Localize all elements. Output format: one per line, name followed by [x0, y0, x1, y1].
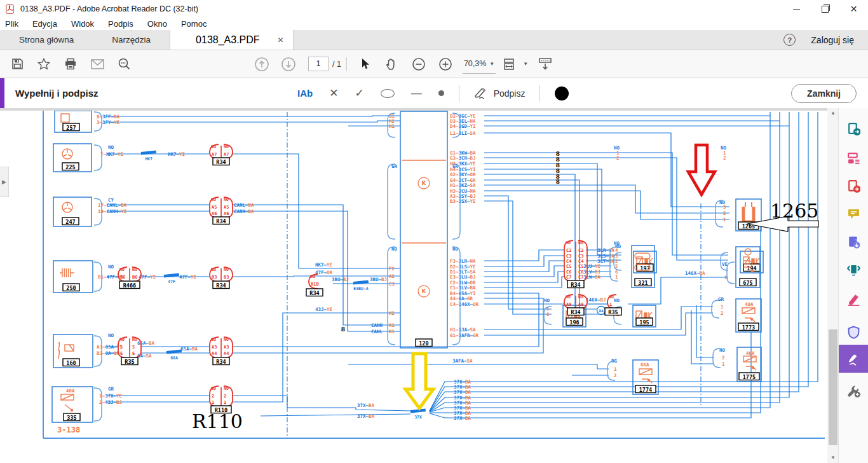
- wire-label: 2: [723, 155, 726, 161]
- window-title: 0138_A3.PDF - Adobe Acrobat Reader DC (3…: [20, 4, 198, 13]
- add-text-tool[interactable]: IAb: [297, 88, 313, 99]
- wire-label: L1–3LI–SA: [450, 130, 476, 136]
- color-swatch[interactable]: [555, 86, 569, 100]
- search-button[interactable]: [114, 55, 133, 74]
- acrobat-app-icon: [6, 4, 15, 14]
- convert-pdf-tool[interactable]: [839, 228, 868, 256]
- diagram-label: 2: [212, 394, 214, 399]
- sign-tool[interactable]: Podpisz: [474, 88, 526, 99]
- close-fill-sign-button[interactable]: Zamknij: [791, 84, 857, 103]
- sign-in-link[interactable]: Zaloguj się: [811, 35, 854, 45]
- menu-podpis[interactable]: Podpis: [108, 19, 133, 29]
- acrobat-reader-window: { "titlebar": { "title": "0138_A3.PDF - …: [0, 0, 868, 463]
- diagram-label: B6: [120, 275, 125, 280]
- page-number-input[interactable]: 1: [308, 57, 329, 71]
- dot-tool[interactable]: [438, 90, 444, 96]
- diagram-label: R35: [608, 309, 618, 315]
- menu-edycja[interactable]: Edycja: [32, 19, 57, 29]
- wire-label: 2: [546, 312, 550, 317]
- wire-label: G6A: [641, 362, 649, 368]
- document-canvas[interactable]: 8–3FF–BA3–3FY–YENO7–HK7–YIHK7–YICY17–CAN…: [0, 108, 827, 463]
- diagram-label: 675: [743, 280, 752, 286]
- diagram-label: NO: [224, 144, 229, 149]
- checkmark-tool[interactable]: ✓: [355, 86, 363, 100]
- diagram-label: R34: [216, 218, 226, 225]
- wire-label: F3–3LR–NA: [450, 258, 476, 264]
- scroll-up-icon[interactable]: ▲: [827, 108, 839, 118]
- vertical-scrollbar[interactable]: ▲ ▼: [827, 108, 839, 463]
- diagram-label: 8A: [599, 308, 604, 313]
- wire-label: CANL: [371, 329, 383, 335]
- navigation-pane-toggle[interactable]: ▶: [0, 167, 9, 197]
- diagram-label: 5: [120, 345, 123, 350]
- scrollbar-thumb[interactable]: [829, 329, 837, 445]
- tab-bar: Strona główna Narzędzia 0138_A3.PDF ✕ ? …: [0, 30, 868, 50]
- wire-label: 3BU–BJ: [332, 277, 349, 282]
- protect-tool[interactable]: [839, 318, 868, 346]
- diagram-label: C2: [578, 248, 583, 253]
- diagram-label: A7: [224, 152, 229, 157]
- diagram-label: HK7: [145, 156, 153, 162]
- save-button[interactable]: [8, 55, 27, 74]
- create-pdf-tool[interactable]: [839, 172, 868, 200]
- menu-okno[interactable]: Okno: [147, 19, 167, 29]
- wire-label: 2–43J–BJ: [99, 399, 122, 405]
- email-button[interactable]: [88, 55, 107, 74]
- tab-document[interactable]: 0138_A3.PDF ✕: [170, 30, 294, 50]
- wire-label: 37X–BA: [357, 403, 375, 408]
- diagram-label: 196: [569, 319, 579, 326]
- organize-pages-tool[interactable]: [839, 144, 868, 172]
- reading-mode-button[interactable]: [536, 55, 555, 74]
- print-button[interactable]: [61, 55, 80, 74]
- zoom-level-select[interactable]: 70,3% ▼: [463, 54, 496, 74]
- wire-label: 2: [723, 211, 726, 216]
- diagram-label: K: [422, 180, 427, 186]
- circle-tool[interactable]: [381, 89, 395, 98]
- close-button[interactable]: ✕: [839, 0, 868, 18]
- page-top-edge: [0, 108, 827, 111]
- tab-home[interactable]: Strona główna: [0, 30, 93, 50]
- diagram-label: NO: [211, 267, 216, 272]
- help-icon[interactable]: ?: [783, 34, 796, 46]
- zoom-in-button[interactable]: [436, 55, 455, 74]
- minimize-button[interactable]: [782, 0, 811, 18]
- more-tools-tool[interactable]: [839, 377, 868, 404]
- page-total: / 1: [332, 60, 341, 69]
- favorite-button[interactable]: [34, 55, 53, 74]
- wire-label: 1–37X–YE: [99, 393, 123, 399]
- fill-sign-tool[interactable]: [839, 345, 868, 373]
- tab-tools[interactable]: Narzędzia: [93, 30, 170, 50]
- fill-sign-icon: [847, 352, 860, 366]
- doc-tab-close-icon[interactable]: ✕: [278, 36, 284, 45]
- wire-label: CANL–BA: [234, 202, 254, 208]
- wire-label: 3–3FY–YE: [97, 120, 120, 125]
- maximize-button[interactable]: [811, 0, 839, 18]
- menu-plik[interactable]: Plik: [5, 19, 18, 29]
- zoom-out-button[interactable]: [409, 55, 428, 74]
- crossmark-tool[interactable]: ✕: [329, 86, 338, 100]
- wire-label: 47F–YI: [179, 274, 196, 280]
- line-tool[interactable]: —: [411, 87, 422, 100]
- menu-pomoc[interactable]: Pomoc: [181, 19, 207, 29]
- diagram-label: NO: [578, 240, 583, 245]
- next-page-button[interactable]: [279, 55, 298, 74]
- diagram-label: 5: [132, 345, 135, 350]
- previous-page-button[interactable]: [252, 55, 271, 74]
- select-tool-button[interactable]: [356, 55, 375, 74]
- hand-tool-button[interactable]: [383, 55, 402, 74]
- menu-widok[interactable]: Widok: [71, 19, 94, 29]
- comment-tool[interactable]: [839, 200, 868, 228]
- diagram-label: A6: [212, 211, 217, 216]
- organize-pages-icon: [847, 151, 860, 165]
- scroll-down-icon[interactable]: ▼: [827, 453, 839, 463]
- export-pdf-tool[interactable]: [839, 114, 868, 142]
- wire-label: G1–3AFB–GR: [450, 333, 479, 338]
- redact-tool[interactable]: [839, 285, 868, 313]
- scan-ocr-tool[interactable]: [839, 256, 868, 284]
- page-fit-button[interactable]: ▼: [503, 55, 528, 74]
- wire-label: C4–146X–OR: [450, 301, 479, 307]
- diagram-label: 195: [639, 319, 649, 326]
- wire-label: HK7–YE: [315, 262, 333, 268]
- wire-label: 40A: [745, 301, 754, 307]
- wire-label: 1: [721, 304, 724, 310]
